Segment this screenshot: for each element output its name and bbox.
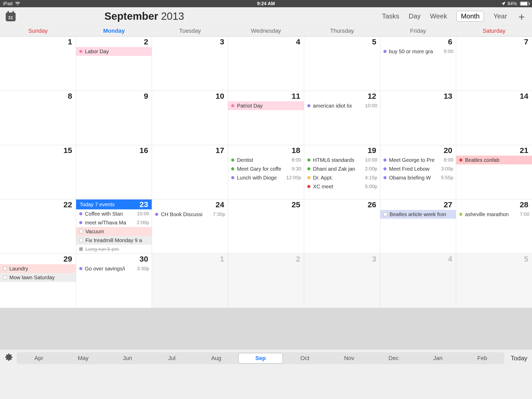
event-item[interactable]: CH Book Discussi7:30p bbox=[152, 210, 228, 219]
day-cell[interactable]: 5 bbox=[304, 37, 380, 91]
event-item[interactable]: Coffee with Stan10:00 bbox=[76, 209, 152, 218]
task-checkbox[interactable] bbox=[79, 238, 83, 242]
task-checkbox[interactable] bbox=[383, 212, 387, 216]
day-cell[interactable]: 19HTML6 standards10:00Dhani and Zak jan2… bbox=[304, 145, 380, 199]
view-tab-year[interactable]: Year bbox=[493, 12, 507, 20]
task-checkbox[interactable] bbox=[3, 276, 7, 279]
event-item[interactable]: Long run 5 pm bbox=[76, 245, 152, 254]
day-cell[interactable]: 26 bbox=[304, 200, 380, 254]
event-item[interactable]: buy 50 or more gra9:00 bbox=[380, 47, 456, 56]
day-cell[interactable]: 29LaundryMow lawn Saturday bbox=[0, 254, 76, 308]
event-dot-icon bbox=[307, 104, 310, 107]
event-item[interactable]: Beatles confab bbox=[456, 156, 532, 164]
day-cell[interactable]: 8 bbox=[0, 91, 76, 145]
day-cell[interactable]: 4 bbox=[228, 37, 304, 91]
settings-button[interactable] bbox=[5, 353, 13, 363]
event-time: 5:55p bbox=[441, 175, 454, 181]
month-tab-may[interactable]: May bbox=[61, 355, 105, 362]
month-tab-jan[interactable]: Jan bbox=[416, 355, 460, 362]
day-cell[interactable]: 14 bbox=[456, 91, 532, 145]
day-cell[interactable]: 22 bbox=[0, 200, 76, 254]
view-tab-month[interactable]: Month bbox=[456, 11, 484, 22]
event-item[interactable]: XC meet5:00p bbox=[304, 182, 380, 191]
month-tab-feb[interactable]: Feb bbox=[460, 355, 504, 362]
month-tab-sep[interactable]: Sep bbox=[238, 353, 283, 363]
view-tab-day[interactable]: Day bbox=[409, 12, 421, 20]
event-title: Meet Fred Lebow bbox=[389, 166, 440, 172]
event-item[interactable]: Meet George to Pre8:00 bbox=[380, 156, 456, 164]
event-item[interactable]: Meet Fred Lebow3:00p bbox=[380, 164, 456, 173]
event-time: 7:30p bbox=[213, 211, 225, 217]
day-number: 23 bbox=[139, 200, 148, 209]
event-item[interactable]: Dhani and Zak jan2:00p bbox=[304, 164, 380, 173]
day-cell[interactable]: 30Go over savings/i3:30p bbox=[76, 254, 152, 308]
event-item[interactable]: Go over savings/i3:30p bbox=[76, 264, 152, 273]
view-tab-tasks[interactable]: Tasks bbox=[382, 12, 399, 20]
page-title[interactable]: September 2013 bbox=[104, 10, 184, 22]
event-item[interactable]: american idiot tix10:00 bbox=[304, 101, 380, 110]
add-event-button[interactable]: ＋ bbox=[516, 11, 527, 22]
event-item[interactable]: Vacuum bbox=[76, 227, 152, 236]
day-cell[interactable]: Today 7 events23Coffee with Stan10:00mee… bbox=[76, 200, 152, 254]
weekday-sunday: Sunday bbox=[0, 25, 76, 36]
event-item[interactable]: Meet Gary for coffe9:30 bbox=[228, 164, 304, 173]
event-dot-icon bbox=[307, 176, 310, 179]
day-cell[interactable]: 6buy 50 or more gra9:00 bbox=[380, 37, 456, 91]
event-item[interactable]: Obama briefing W5:55p bbox=[380, 173, 456, 182]
day-cell[interactable]: 1 bbox=[0, 37, 76, 91]
month-tab-jun[interactable]: Jun bbox=[105, 355, 150, 362]
task-checkbox[interactable] bbox=[79, 230, 83, 233]
event-item[interactable]: Laundry bbox=[0, 264, 76, 273]
day-cell[interactable]: 21Beatles confab bbox=[456, 145, 532, 199]
calendar-app-icon[interactable]: 31 bbox=[5, 10, 16, 22]
view-tab-week[interactable]: Week bbox=[430, 12, 447, 20]
day-cell[interactable]: 10 bbox=[152, 91, 228, 145]
day-cell[interactable]: 9 bbox=[76, 91, 152, 145]
day-cell[interactable]: 18Dentist8:00Meet Gary for coffe9:30Lunc… bbox=[228, 145, 304, 199]
day-cell[interactable]: 4 bbox=[380, 254, 456, 308]
event-item[interactable]: meet w/Thava Ma2:00p bbox=[76, 218, 152, 227]
event-item[interactable]: Dr. Appt.4:15p bbox=[304, 173, 380, 182]
day-cell[interactable]: 27Beatles article week fron bbox=[380, 200, 456, 254]
today-button[interactable]: Today bbox=[511, 355, 527, 362]
task-checkbox[interactable] bbox=[79, 247, 83, 251]
event-item[interactable]: Beatles article week fron bbox=[380, 210, 456, 219]
event-item[interactable]: Labor Day bbox=[76, 47, 152, 56]
day-cell[interactable]: 2 bbox=[228, 254, 304, 308]
day-cell[interactable]: 7 bbox=[456, 37, 532, 91]
event-dot-icon bbox=[383, 176, 387, 179]
day-cell[interactable]: 3 bbox=[152, 37, 228, 91]
day-cell[interactable]: 13 bbox=[380, 91, 456, 145]
event-item[interactable]: Lunch with Dioge12:00p bbox=[228, 173, 304, 182]
day-cell[interactable]: 11Patriot Day bbox=[228, 91, 304, 145]
event-dot-icon bbox=[79, 50, 82, 53]
event-item[interactable]: Mow lawn Saturday bbox=[0, 273, 76, 282]
month-tab-apr[interactable]: Apr bbox=[17, 355, 61, 362]
task-checkbox[interactable] bbox=[3, 267, 7, 270]
event-title: Mow lawn Saturday bbox=[9, 275, 73, 281]
day-cell[interactable]: 24CH Book Discussi7:30p bbox=[152, 200, 228, 254]
day-cell[interactable]: 2Labor Day bbox=[76, 37, 152, 91]
month-tab-dec[interactable]: Dec bbox=[371, 355, 416, 362]
event-item[interactable]: Fix treadmill Monday 9 a bbox=[76, 236, 152, 245]
month-tab-jul[interactable]: Jul bbox=[150, 355, 194, 362]
event-item[interactable]: Dentist8:00 bbox=[228, 156, 304, 164]
day-cell[interactable]: 12american idiot tix10:00 bbox=[304, 91, 380, 145]
day-cell[interactable]: 16 bbox=[76, 145, 152, 199]
month-tab-nov[interactable]: Nov bbox=[327, 355, 371, 362]
event-item[interactable]: Patriot Day bbox=[228, 101, 304, 110]
day-cell[interactable]: 17 bbox=[152, 145, 228, 199]
month-tab-oct[interactable]: Oct bbox=[283, 355, 327, 362]
day-cell[interactable]: 1 bbox=[152, 254, 228, 308]
month-tab-aug[interactable]: Aug bbox=[194, 355, 238, 362]
day-cell[interactable]: 5 bbox=[456, 254, 532, 308]
header: 31 September 2013 TasksDayWeekMonthYear … bbox=[0, 7, 532, 25]
month-scrubber[interactable]: AprMayJunJulAugSepOctNovDecJanFeb bbox=[17, 352, 504, 364]
day-cell[interactable]: 20Meet George to Pre8:00Meet Fred Lebow3… bbox=[380, 145, 456, 199]
day-cell[interactable]: 25 bbox=[228, 200, 304, 254]
event-item[interactable]: asheville marathon7:00 bbox=[456, 210, 532, 219]
day-cell[interactable]: 28asheville marathon7:00 bbox=[456, 200, 532, 254]
event-item[interactable]: HTML6 standards10:00 bbox=[304, 156, 380, 164]
day-cell[interactable]: 15 bbox=[0, 145, 76, 199]
day-cell[interactable]: 3 bbox=[304, 254, 380, 308]
